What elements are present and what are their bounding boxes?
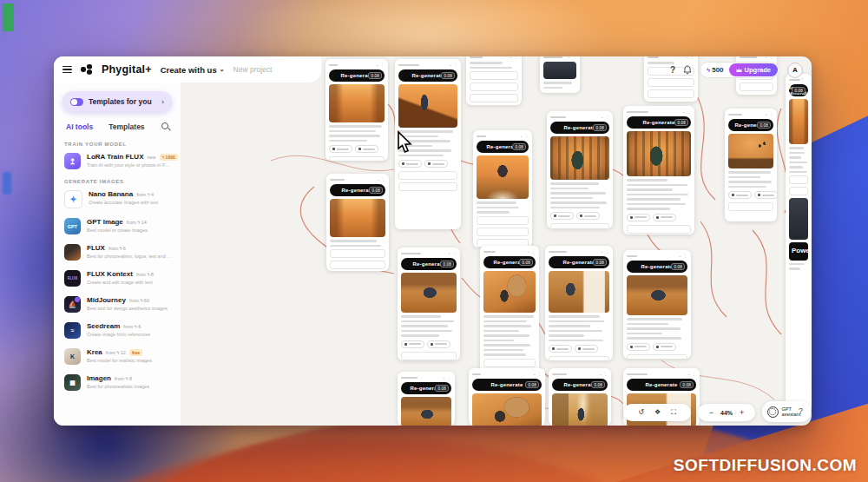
regenerate-button[interactable]: Re-generate0.08 (401, 258, 457, 270)
node-menu-icon[interactable]: ⌄ ⋮ (764, 56, 773, 59)
node-input-field[interactable] (401, 352, 457, 360)
sidebar-item-seedream[interactable]: ≈Seedreamfrom ϟ 6Create image from refer… (64, 322, 172, 339)
sidebar-item-flux-kontext[interactable]: FLUXFLUX Kontextfrom ϟ 8Create and edit … (64, 270, 172, 287)
workflow-node[interactable]: ⌄ ⋮ (540, 56, 580, 93)
regenerate-button[interactable]: Re-generate0.08 (552, 379, 608, 391)
regenerate-button[interactable]: Re-generate0.08 (483, 256, 536, 268)
search-icon[interactable] (161, 122, 170, 131)
sidebar-item-imagen[interactable]: ▦Imagenfrom ϟ 8Best for photorealistic i… (64, 374, 172, 391)
node-menu-icon[interactable]: ⌄ ⋮ (376, 177, 385, 182)
workflow-node[interactable]: ⌄ ⋮Re-generate0.08 (623, 250, 691, 359)
regenerate-button[interactable]: Re-generate0.08 (329, 69, 385, 82)
create-with-us-menu[interactable]: Create with us ⌄ (161, 65, 225, 75)
node-input-field[interactable] (789, 175, 808, 184)
tab-ai-tools[interactable]: AI tools (66, 122, 93, 131)
upgrade-button[interactable]: Upgrade (729, 63, 778, 76)
node-menu-icon[interactable]: ⌄ ⋮ (685, 56, 694, 59)
node-chip-button[interactable] (398, 160, 422, 168)
node-chip-button[interactable] (728, 191, 752, 199)
node-input-field[interactable] (398, 182, 457, 191)
generated-image-canyon[interactable] (330, 199, 385, 237)
node-menu-icon[interactable]: ⌄ ⋮ (567, 56, 576, 59)
node-menu-icon[interactable]: ⌄ ⋮ (687, 372, 696, 376)
generated-image-crawl[interactable] (401, 397, 451, 426)
regenerate-button[interactable]: Re-generate0.08 (627, 379, 696, 391)
generated-image-boulder[interactable] (483, 271, 536, 313)
node-input-field[interactable] (330, 261, 385, 269)
workflow-node[interactable]: ⌄ ⋮Re-generate0.08Power Phyg (786, 74, 812, 413)
zoom-out-button[interactable]: − (709, 408, 713, 417)
node-input-field[interactable] (398, 171, 457, 180)
generated-image-canyon[interactable] (329, 84, 385, 122)
history-icon[interactable]: ↺ (638, 409, 644, 416)
regenerate-button[interactable]: Re-generate0.08 (627, 116, 691, 129)
node-chip-button[interactable] (424, 160, 448, 168)
workflow-node[interactable]: ⌄ ⋮Re-generate0.08 (623, 106, 694, 234)
avatar[interactable]: A (787, 63, 803, 78)
regenerate-button[interactable]: Re-generate0.08 (330, 184, 385, 196)
node-chip-button[interactable] (653, 214, 676, 221)
templates-for-you-button[interactable]: Templates for you › (62, 91, 172, 112)
node-input-field[interactable] (477, 228, 529, 236)
workflow-node[interactable]: ⌄ ⋮Re-generate0.08 (469, 368, 545, 426)
generated-image-boulder[interactable] (472, 393, 542, 426)
node-chip-button[interactable] (575, 345, 598, 353)
generated-image-crawl[interactable] (627, 275, 687, 315)
regenerate-button[interactable]: Re-generate0.08 (728, 119, 773, 131)
node-chip-button[interactable] (653, 343, 676, 351)
node-input-field[interactable] (648, 78, 694, 87)
node-input-field[interactable] (740, 83, 773, 91)
power-card[interactable]: Power Phyg (789, 242, 808, 261)
node-input-field[interactable] (728, 202, 773, 211)
generated-image-table[interactable] (549, 271, 609, 313)
help-corner-button[interactable]: ? (799, 406, 803, 415)
node-menu-icon[interactable]: ⌄ ⋮ (447, 251, 457, 255)
node-menu-icon[interactable]: ⌄ ⋮ (442, 375, 451, 380)
workflow-node[interactable]: ⌄ ⋮Re-generate0.08 (547, 111, 613, 228)
regenerate-button[interactable]: Re-generate0.08 (550, 122, 609, 134)
node-menu-icon[interactable]: ⌄ ⋮ (448, 63, 457, 67)
node-chip-button[interactable] (627, 343, 650, 351)
node-input-field[interactable] (550, 223, 609, 228)
node-menu-icon[interactable]: ⌄ ⋮ (764, 112, 773, 116)
node-input-field[interactable] (329, 156, 385, 161)
sidebar-item-nano-banana[interactable]: ✦Nano Bananafrom ϟ 4Create accurate imag… (64, 190, 172, 208)
node-menu-icon[interactable]: ⌄ ⋮ (681, 109, 691, 114)
credits-pill[interactable]: ϟ 500 Upgrade (700, 62, 779, 78)
node-input-field[interactable] (627, 225, 691, 234)
fit-view-icon[interactable]: ⛶ (671, 409, 676, 416)
regenerate-button[interactable]: Re-generate0.08 (789, 84, 808, 96)
workflow-node[interactable]: ⌄ ⋮Re-generate0.08 (545, 246, 613, 360)
regenerate-button[interactable]: Re-generate0.08 (401, 382, 451, 394)
node-menu-icon[interactable]: ⌄ ⋮ (509, 56, 518, 59)
sidebar-item-lora-train-flux[interactable]: ↥LoRA Train FLUXnewϟ 1000Train AI with y… (64, 153, 172, 169)
workflow-node[interactable]: ⌄ ⋮Re-generate0.08 (549, 368, 611, 426)
node-menu-icon[interactable]: ⌄ ⋮ (598, 372, 608, 376)
node-chip-button[interactable] (754, 191, 777, 199)
regenerate-button[interactable]: Re-generate0.08 (549, 256, 609, 268)
generated-image-waterfall[interactable] (552, 393, 608, 426)
regenerate-button[interactable]: Re-generate0.08 (627, 261, 687, 273)
sidebar-item-flux[interactable]: FLUXfrom ϟ 6Best for photorealism, logos… (64, 244, 172, 261)
gpt-assistant-button[interactable]: GPT assistant (762, 401, 811, 422)
node-input-field[interactable] (477, 216, 529, 225)
workflow-node[interactable]: ⌄ ⋮Re-generate0.08 (326, 59, 388, 161)
notifications-bell-icon[interactable] (683, 63, 692, 78)
node-input-field[interactable] (470, 83, 518, 91)
node-chip-button[interactable] (627, 214, 650, 221)
node-menu-icon[interactable]: ⌄ ⋮ (678, 254, 687, 258)
node-chip-button[interactable] (329, 145, 352, 153)
generated-image-dark[interactable] (543, 62, 576, 79)
generated-image-dark[interactable] (789, 198, 808, 240)
sidebar-item-krea[interactable]: KKreafrom ϟ 12freeBest model for realist… (64, 348, 172, 365)
node-input-field[interactable] (627, 354, 687, 360)
node-input-field[interactable] (470, 71, 518, 80)
workflow-node[interactable]: ⌄ ⋮ (466, 56, 522, 105)
help-button[interactable]: ? (670, 65, 675, 75)
workflow-node[interactable]: ⌄ ⋮Re-generate0.08 (398, 248, 460, 360)
node-menu-icon[interactable]: ⌄ ⋮ (519, 134, 529, 138)
project-name[interactable]: New project (233, 65, 273, 74)
node-chip-button[interactable] (401, 340, 424, 348)
node-chip-button[interactable] (355, 145, 378, 153)
generated-image-crawl[interactable] (401, 273, 457, 313)
